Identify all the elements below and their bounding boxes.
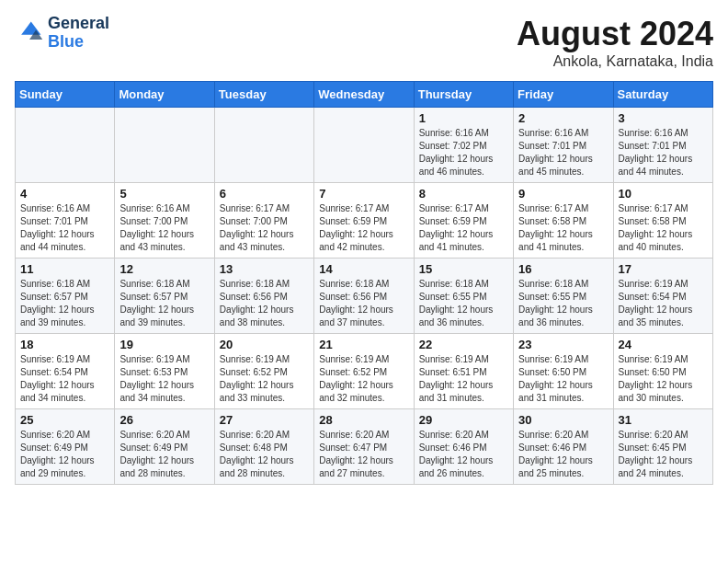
calendar-week-5: 25Sunrise: 6:20 AM Sunset: 6:49 PM Dayli… xyxy=(16,409,713,485)
day-number: 4 xyxy=(20,187,109,201)
day-info: Sunrise: 6:17 AM Sunset: 6:59 PM Dayligh… xyxy=(319,202,408,254)
day-number: 17 xyxy=(619,262,708,276)
day-info: Sunrise: 6:18 AM Sunset: 6:57 PM Dayligh… xyxy=(119,278,209,329)
day-number: 5 xyxy=(119,187,209,201)
weekday-header-monday: Monday xyxy=(115,82,214,108)
day-number: 21 xyxy=(319,338,408,351)
calendar-cell xyxy=(214,108,313,183)
calendar-cell: 16Sunrise: 6:18 AM Sunset: 6:55 PM Dayli… xyxy=(514,259,613,334)
calendar-cell: 10Sunrise: 6:17 AM Sunset: 6:58 PM Dayli… xyxy=(613,183,712,259)
day-number: 29 xyxy=(419,413,508,427)
day-info: Sunrise: 6:20 AM Sunset: 6:49 PM Dayligh… xyxy=(20,429,109,480)
calendar-cell: 20Sunrise: 6:19 AM Sunset: 6:52 PM Dayli… xyxy=(214,334,313,409)
weekday-header-tuesday: Tuesday xyxy=(214,82,313,108)
day-number: 11 xyxy=(20,262,109,276)
calendar-cell: 31Sunrise: 6:20 AM Sunset: 6:45 PM Dayli… xyxy=(613,409,712,485)
day-number: 31 xyxy=(619,413,708,427)
calendar-cell: 11Sunrise: 6:18 AM Sunset: 6:57 PM Dayli… xyxy=(16,259,115,334)
day-number: 14 xyxy=(319,262,408,276)
calendar-cell: 12Sunrise: 6:18 AM Sunset: 6:57 PM Dayli… xyxy=(115,259,214,334)
day-number: 20 xyxy=(220,338,309,351)
day-info: Sunrise: 6:18 AM Sunset: 6:56 PM Dayligh… xyxy=(319,278,408,329)
calendar-cell: 4Sunrise: 6:16 AM Sunset: 7:01 PM Daylig… xyxy=(16,183,115,259)
weekday-header-thursday: Thursday xyxy=(414,82,513,108)
calendar-cell xyxy=(16,108,115,183)
day-info: Sunrise: 6:19 AM Sunset: 6:54 PM Dayligh… xyxy=(20,353,109,405)
calendar-cell: 27Sunrise: 6:20 AM Sunset: 6:48 PM Dayli… xyxy=(214,409,313,485)
day-info: Sunrise: 6:19 AM Sunset: 6:52 PM Dayligh… xyxy=(220,353,309,405)
day-number: 26 xyxy=(119,413,209,427)
calendar-cell: 8Sunrise: 6:17 AM Sunset: 6:59 PM Daylig… xyxy=(414,183,513,259)
day-info: Sunrise: 6:20 AM Sunset: 6:45 PM Dayligh… xyxy=(619,429,708,480)
calendar-cell: 2Sunrise: 6:16 AM Sunset: 7:01 PM Daylig… xyxy=(514,108,613,183)
day-info: Sunrise: 6:18 AM Sunset: 6:57 PM Dayligh… xyxy=(20,278,109,329)
calendar-cell: 23Sunrise: 6:19 AM Sunset: 6:50 PM Dayli… xyxy=(514,334,613,409)
day-number: 28 xyxy=(319,413,408,427)
calendar-cell: 24Sunrise: 6:19 AM Sunset: 6:50 PM Dayli… xyxy=(613,334,712,409)
calendar-cell: 26Sunrise: 6:20 AM Sunset: 6:49 PM Dayli… xyxy=(115,409,214,485)
page-header: General Blue August 2024 Ankola, Karnata… xyxy=(15,15,713,70)
day-info: Sunrise: 6:19 AM Sunset: 6:50 PM Dayligh… xyxy=(518,353,608,405)
weekday-header-sunday: Sunday xyxy=(16,82,115,108)
day-info: Sunrise: 6:17 AM Sunset: 6:59 PM Dayligh… xyxy=(419,202,508,254)
main-title: August 2024 xyxy=(517,15,713,53)
day-number: 2 xyxy=(518,111,608,125)
day-info: Sunrise: 6:19 AM Sunset: 6:53 PM Dayligh… xyxy=(119,353,209,405)
day-info: Sunrise: 6:18 AM Sunset: 6:55 PM Dayligh… xyxy=(419,278,508,329)
day-info: Sunrise: 6:20 AM Sunset: 6:49 PM Dayligh… xyxy=(119,429,209,480)
day-info: Sunrise: 6:20 AM Sunset: 6:46 PM Dayligh… xyxy=(419,429,508,480)
weekday-header-row: SundayMondayTuesdayWednesdayThursdayFrid… xyxy=(16,82,713,108)
day-info: Sunrise: 6:19 AM Sunset: 6:54 PM Dayligh… xyxy=(619,278,708,329)
calendar-cell: 1Sunrise: 6:16 AM Sunset: 7:02 PM Daylig… xyxy=(414,108,513,183)
day-info: Sunrise: 6:16 AM Sunset: 7:01 PM Dayligh… xyxy=(619,127,708,178)
calendar-cell: 3Sunrise: 6:16 AM Sunset: 7:01 PM Daylig… xyxy=(613,108,712,183)
day-number: 9 xyxy=(518,187,608,201)
day-info: Sunrise: 6:19 AM Sunset: 6:50 PM Dayligh… xyxy=(619,353,708,405)
calendar-cell: 28Sunrise: 6:20 AM Sunset: 6:47 PM Dayli… xyxy=(314,409,414,485)
day-info: Sunrise: 6:17 AM Sunset: 6:58 PM Dayligh… xyxy=(518,202,608,254)
weekday-header-saturday: Saturday xyxy=(613,82,712,108)
day-info: Sunrise: 6:17 AM Sunset: 7:00 PM Dayligh… xyxy=(220,202,309,254)
day-info: Sunrise: 6:18 AM Sunset: 6:55 PM Dayligh… xyxy=(518,278,608,329)
logo: General Blue xyxy=(15,15,109,52)
day-number: 22 xyxy=(419,338,508,351)
day-number: 16 xyxy=(518,262,608,276)
day-info: Sunrise: 6:16 AM Sunset: 7:01 PM Dayligh… xyxy=(20,202,109,254)
calendar-week-2: 4Sunrise: 6:16 AM Sunset: 7:01 PM Daylig… xyxy=(16,183,713,259)
day-number: 13 xyxy=(220,262,309,276)
calendar-cell: 29Sunrise: 6:20 AM Sunset: 6:46 PM Dayli… xyxy=(414,409,513,485)
calendar-week-4: 18Sunrise: 6:19 AM Sunset: 6:54 PM Dayli… xyxy=(16,334,713,409)
day-info: Sunrise: 6:16 AM Sunset: 7:01 PM Dayligh… xyxy=(518,127,608,178)
day-info: Sunrise: 6:17 AM Sunset: 6:58 PM Dayligh… xyxy=(619,202,708,254)
calendar-cell: 15Sunrise: 6:18 AM Sunset: 6:55 PM Dayli… xyxy=(414,259,513,334)
day-number: 12 xyxy=(119,262,209,276)
calendar-cell: 6Sunrise: 6:17 AM Sunset: 7:00 PM Daylig… xyxy=(214,183,313,259)
calendar-cell xyxy=(314,108,414,183)
day-number: 6 xyxy=(220,187,309,201)
calendar-week-3: 11Sunrise: 6:18 AM Sunset: 6:57 PM Dayli… xyxy=(16,259,713,334)
day-info: Sunrise: 6:16 AM Sunset: 7:00 PM Dayligh… xyxy=(119,202,209,254)
day-number: 15 xyxy=(419,262,508,276)
day-info: Sunrise: 6:16 AM Sunset: 7:02 PM Dayligh… xyxy=(419,127,508,178)
calendar-cell: 9Sunrise: 6:17 AM Sunset: 6:58 PM Daylig… xyxy=(514,183,613,259)
day-number: 1 xyxy=(419,111,508,125)
day-number: 30 xyxy=(518,413,608,427)
day-info: Sunrise: 6:20 AM Sunset: 6:48 PM Dayligh… xyxy=(220,429,309,480)
day-number: 10 xyxy=(619,187,708,201)
day-info: Sunrise: 6:19 AM Sunset: 6:51 PM Dayligh… xyxy=(419,353,508,405)
calendar-cell: 18Sunrise: 6:19 AM Sunset: 6:54 PM Dayli… xyxy=(16,334,115,409)
calendar-cell: 21Sunrise: 6:19 AM Sunset: 6:52 PM Dayli… xyxy=(314,334,414,409)
day-number: 8 xyxy=(419,187,508,201)
calendar-cell: 13Sunrise: 6:18 AM Sunset: 6:56 PM Dayli… xyxy=(214,259,313,334)
calendar-week-1: 1Sunrise: 6:16 AM Sunset: 7:02 PM Daylig… xyxy=(16,108,713,183)
logo-icon xyxy=(15,18,44,48)
day-number: 27 xyxy=(220,413,309,427)
day-info: Sunrise: 6:19 AM Sunset: 6:52 PM Dayligh… xyxy=(319,353,408,405)
day-info: Sunrise: 6:20 AM Sunset: 6:46 PM Dayligh… xyxy=(518,429,608,480)
day-number: 7 xyxy=(319,187,408,201)
calendar-cell: 7Sunrise: 6:17 AM Sunset: 6:59 PM Daylig… xyxy=(314,183,414,259)
day-number: 23 xyxy=(518,338,608,351)
day-number: 18 xyxy=(20,338,109,351)
calendar-cell: 25Sunrise: 6:20 AM Sunset: 6:49 PM Dayli… xyxy=(16,409,115,485)
calendar-cell: 17Sunrise: 6:19 AM Sunset: 6:54 PM Dayli… xyxy=(613,259,712,334)
